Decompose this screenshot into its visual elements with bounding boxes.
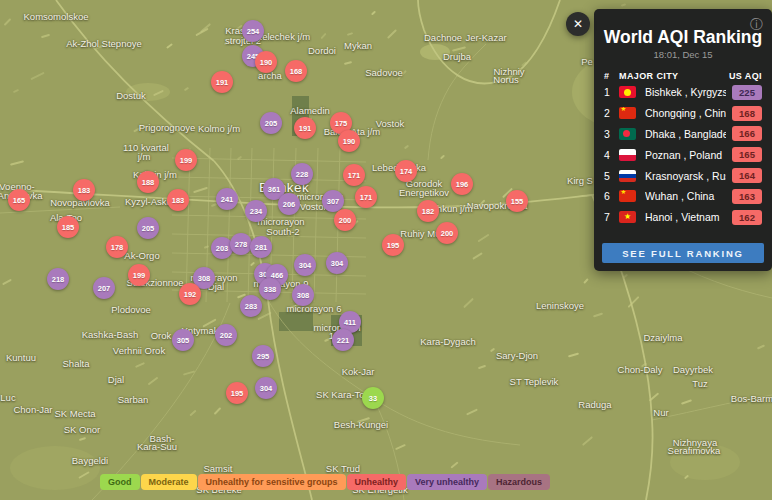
legend-chip: Good [100, 474, 140, 490]
rank-number: 4 [604, 149, 619, 161]
ranking-row[interactable]: 7Hanoi , Vietnam162 [594, 207, 772, 228]
aqi-marker[interactable]: 171 [355, 186, 377, 208]
aqi-marker[interactable]: 281 [250, 236, 272, 258]
col-rank: # [604, 71, 619, 81]
ranking-row[interactable]: 6Wuhan , China163 [594, 186, 772, 207]
aqi-marker[interactable]: 205 [137, 217, 159, 239]
map-label: Dostuk [116, 90, 146, 101]
city-name: Wuhan , China [645, 190, 726, 202]
rank-number: 7 [604, 211, 619, 223]
aqi-value-chip: 168 [732, 106, 762, 121]
map-label: SK Mecta [54, 408, 95, 419]
aqi-marker[interactable]: 207 [93, 277, 115, 299]
aqi-marker[interactable]: 304 [294, 254, 316, 276]
aqi-marker[interactable]: 202 [215, 324, 237, 346]
map-label: Luc [0, 392, 15, 403]
aqi-marker[interactable]: 295 [252, 345, 274, 367]
aqi-marker[interactable]: 188 [137, 171, 159, 193]
aqi-marker[interactable]: 33 [362, 387, 384, 409]
aqi-marker[interactable]: 308 [292, 284, 314, 306]
aqi-marker[interactable]: 195 [382, 234, 404, 256]
map-label: microrayon 6 [287, 303, 342, 314]
aqi-marker[interactable]: 199 [175, 149, 197, 171]
rank-number: 1 [604, 86, 619, 98]
aqi-marker[interactable]: 234 [245, 200, 267, 222]
aqi-marker[interactable]: 254 [242, 20, 264, 42]
see-full-ranking-button[interactable]: SEE FULL RANKING [602, 243, 764, 263]
aqi-marker[interactable]: 218 [47, 268, 69, 290]
aqi-marker[interactable]: 338 [259, 278, 281, 300]
aqi-marker[interactable]: 191 [211, 71, 233, 93]
aqi-marker[interactable]: 206 [278, 193, 300, 215]
aqi-value-chip: 165 [732, 147, 762, 162]
map-label: Dachnoe [424, 32, 462, 43]
map-label: Sary-Djon [496, 350, 538, 361]
map-label: Orok [151, 330, 172, 341]
country-flag-icon [619, 190, 636, 202]
aqi-marker[interactable]: 221 [332, 329, 354, 351]
col-aqi: US AQI [726, 71, 762, 81]
aqi-marker[interactable]: 304 [326, 252, 348, 274]
map-label: Energetikov [399, 187, 449, 198]
map[interactable]: KomsomolskoeAk-Zhol StepnoyeDostukPrigor… [0, 0, 772, 500]
aqi-marker[interactable]: 182 [417, 200, 439, 222]
aqi-marker[interactable]: 174 [395, 160, 417, 182]
aqi-marker[interactable]: 305 [172, 329, 194, 351]
map-label: Ak-Orgo [124, 250, 159, 261]
map-label: Shalta [63, 358, 90, 369]
aqi-marker[interactable]: 200 [436, 222, 458, 244]
aqi-marker[interactable]: 304 [255, 377, 277, 399]
aqi-marker[interactable]: 190 [338, 130, 360, 152]
ranking-row[interactable]: 4Poznan , Poland165 [594, 144, 772, 165]
aqi-marker[interactable]: 241 [216, 188, 238, 210]
map-label: Komsomolskoe [24, 11, 89, 22]
map-label: Kelechek j/m [256, 31, 310, 42]
city-name: Bishkek , Kyrgyzstan [645, 86, 726, 98]
aqi-marker[interactable]: 171 [343, 164, 365, 186]
city-name: Chongqing , China [645, 107, 726, 119]
map-label: Baygeldi [72, 455, 108, 466]
map-label: Tuz [692, 378, 707, 389]
aqi-marker[interactable]: 183 [167, 189, 189, 211]
aqi-marker[interactable]: 228 [291, 163, 313, 185]
aqi-marker[interactable]: 205 [260, 112, 282, 134]
ranking-row[interactable]: 1Bishkek , Kyrgyzstan225 [594, 82, 772, 103]
map-label: Verhnii Orok [113, 345, 165, 356]
aqi-marker[interactable]: 195 [226, 382, 248, 404]
map-label: Kuntuu [6, 352, 36, 363]
map-label: Prigorognoye [139, 122, 196, 133]
map-label: Drujba [443, 51, 471, 62]
aqi-marker[interactable]: 155 [506, 190, 528, 212]
map-label: Dzaiylma [643, 332, 682, 343]
legend-chip: Unhealthy for sensitive groups [198, 474, 346, 490]
aqi-marker[interactable]: 178 [106, 236, 128, 258]
info-icon[interactable]: ⓘ [750, 16, 763, 34]
country-flag-icon [619, 170, 636, 182]
aqi-marker[interactable]: 200 [334, 209, 356, 231]
aqi-marker[interactable]: 168 [285, 60, 307, 82]
aqi-marker[interactable]: 283 [240, 295, 262, 317]
map-label: Chon-Daly [618, 364, 663, 375]
aqi-marker[interactable]: 183 [73, 179, 95, 201]
aqi-marker[interactable]: 185 [57, 216, 79, 238]
aqi-marker[interactable]: 192 [179, 283, 201, 305]
ranking-row[interactable]: 2Chongqing , China168 [594, 103, 772, 124]
legend-chip: Moderate [141, 474, 197, 490]
legend-chip: Unhealthy [347, 474, 407, 490]
ranking-row[interactable]: 3Dhaka , Bangladesh166 [594, 124, 772, 145]
aqi-marker[interactable]: 196 [451, 173, 473, 195]
aqi-marker[interactable]: 278 [230, 233, 252, 255]
world-aqi-ranking-panel: ⓘ World AQI Ranking 18:01, Dec 15 # MAJO… [594, 9, 772, 271]
close-icon[interactable]: ✕ [566, 12, 590, 36]
map-label: Samsit [203, 463, 232, 474]
aqi-marker[interactable]: 199 [128, 264, 150, 286]
aqi-marker[interactable]: 165 [8, 189, 30, 211]
map-label: Kok-Jar [342, 366, 375, 377]
ranking-row[interactable]: 5Krasnoyarsk , Russia164 [594, 165, 772, 186]
aqi-marker[interactable]: 190 [255, 51, 277, 73]
map-label: Kolmo j/m [198, 123, 240, 134]
map-label: Serafimovka [668, 445, 721, 456]
aqi-marker[interactable]: 191 [294, 117, 316, 139]
map-label: Nur [653, 407, 668, 418]
map-label: Ak-Zhol Stepnoye [66, 38, 142, 49]
